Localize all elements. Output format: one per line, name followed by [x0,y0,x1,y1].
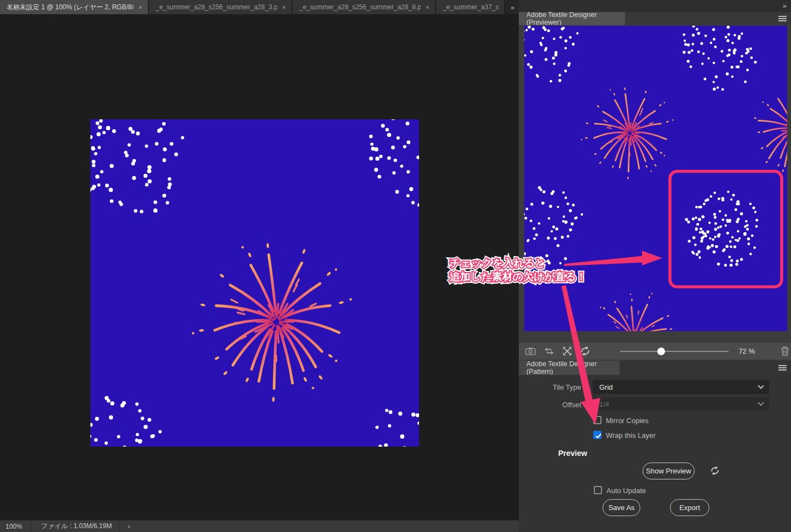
doc-tab-title: _e_summer_a28_s256_summer_a28_3.png [156,3,277,11]
right-panel: » Adobe Textile Designer (Previewer) [519,0,791,532]
panel-menu-icon[interactable] [778,364,787,372]
preview-zoom-value: 72 % [738,347,764,355]
pattern-tab-label: Adobe Textile Designer (Pattern) [526,360,612,375]
doc-tab-summer-3[interactable]: _e_summer_a28_s256_summer_a28_3.png × [149,0,293,14]
expand-fullscreen-icon[interactable] [561,346,574,357]
doc-tab-title: _e_summer_a37_s [443,3,498,11]
mirror-copies-label: Mirror Copies [606,417,649,425]
snapshot-camera-icon[interactable] [525,346,537,357]
preview-section-heading: Preview [558,449,587,458]
panel-menu-icon[interactable] [778,15,787,22]
pattern-tabbar: Adobe Textile Designer (Pattern) [519,361,791,375]
slider-knob[interactable] [657,348,665,355]
tab-overflow-icon[interactable]: » [505,0,519,14]
collapse-panel-icon[interactable]: » [783,2,786,10]
doc-tab-title: _e_summer_a28_s256_summer_a28_8.png [299,3,421,11]
doc-tab-summer-8[interactable]: _e_summer_a28_s256_summer_a28_8.png × [293,0,436,14]
status-zoom-level[interactable]: 100% [0,523,31,530]
wrap-this-layer-label: Wrap this Layer [606,431,656,440]
show-preview-button[interactable]: Show Preview [643,462,695,479]
chevron-down-icon [758,400,764,406]
auto-update-checkbox[interactable] [594,486,602,494]
refresh-icon[interactable] [580,346,592,357]
status-bar: 100% ファイル : 1.03M/6.19M › [0,520,519,532]
preview-zoom-slider[interactable] [620,346,729,357]
pattern-preview-image [524,26,787,331]
trash-icon[interactable] [779,346,791,357]
close-icon[interactable]: × [425,4,429,11]
canvas-area [0,14,519,520]
mirror-copies-checkbox[interactable] [593,416,601,424]
save-as-label: Save As [609,504,635,512]
tab-previewer[interactable]: Adobe Textile Designer (Previewer) [519,12,625,25]
status-file-info: ファイル : 1.03M/6.19M [31,522,119,531]
tab-pattern[interactable]: Adobe Textile Designer (Pattern) [519,361,620,375]
pattern-panel-body: Tile Type Grid Offset 1/4 Mirror Copies … [519,375,791,532]
wrap-this-layer-checkbox[interactable] [593,431,601,439]
offset-value: 1/4 [599,400,609,408]
export-label: Export [679,504,700,512]
auto-update-label: Auto Update [606,487,646,495]
doc-tab-untitled[interactable]: 名称未設定 1 @ 100% (レイヤー 2, RGB/8#) * × [0,0,149,14]
doc-tab-summer-a37[interactable]: _e_summer_a37_s [436,0,505,14]
close-icon[interactable]: × [138,4,142,11]
offset-label: Offset [515,401,581,409]
previewer-body [519,25,791,343]
highlighted-tile-rect [670,171,782,287]
panel-top-strip: » [519,0,791,12]
previewer-toolbar: 72 % [519,343,791,360]
save-as-button[interactable]: Save As [603,499,640,516]
document-tabbar: 名称未設定 1 @ 100% (レイヤー 2, RGB/8#) * × _e_s… [0,0,519,14]
chevron-down-icon [758,383,764,389]
tile-type-label: Tile Type [515,383,581,391]
status-chevron-icon[interactable]: › [120,522,130,530]
doc-tab-title: 名称未設定 1 @ 100% (レイヤー 2, RGB/8#) * [7,3,134,12]
swap-arrows-icon[interactable] [543,346,555,357]
export-button[interactable]: Export [670,499,709,516]
tile-type-select[interactable]: Grid [593,380,769,394]
previewer-tabbar: Adobe Textile Designer (Previewer) [519,12,791,25]
slider-track[interactable] [620,351,729,352]
offset-select: 1/4 [593,397,769,410]
canvas-image [90,119,419,447]
show-preview-label: Show Preview [646,467,691,475]
tile-type-value: Grid [599,383,613,391]
refresh-preview-icon[interactable] [710,466,720,477]
previewer-tab-label: Adobe Textile Designer (Previewer) [526,11,617,26]
close-icon[interactable]: × [282,4,286,11]
